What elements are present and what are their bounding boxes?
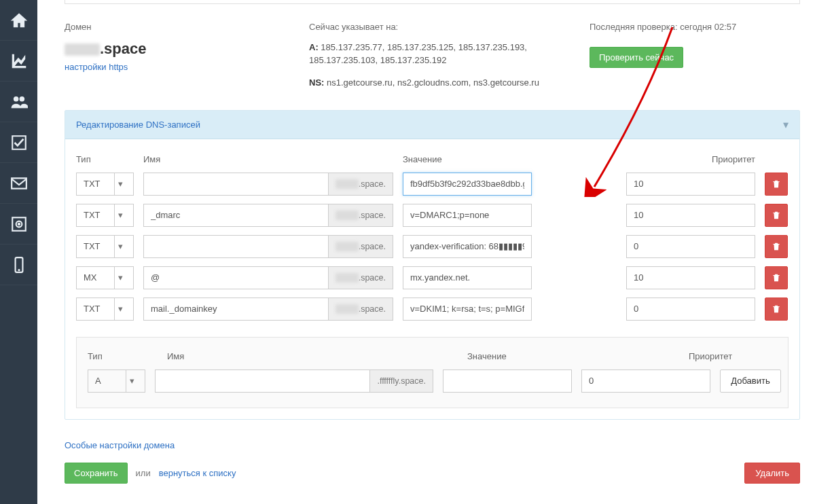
record-value-input[interactable] [403, 298, 532, 321]
svg-point-2 [18, 223, 20, 225]
mail-icon [10, 175, 28, 192]
nav-users[interactable] [0, 82, 37, 122]
add-value-input[interactable] [443, 370, 572, 393]
col-header-prio: Приоритет [712, 154, 755, 164]
record-name-suffix: .space. [329, 298, 393, 321]
mobile-icon [10, 256, 28, 274]
record-type-select[interactable]: MX▾ [76, 266, 134, 289]
special-settings-link[interactable]: Особые настройки домена [65, 440, 175, 450]
record-name-suffix: .space. [329, 235, 393, 258]
delete-record-button[interactable] [765, 235, 788, 258]
record-value-input[interactable] [403, 235, 532, 258]
record-priority-input[interactable] [626, 266, 755, 289]
record-row: TXT▾.space. [76, 235, 789, 258]
record-priority-input[interactable] [626, 204, 755, 227]
check-now-button[interactable]: Проверить сейчас [590, 47, 683, 68]
record-type-select[interactable]: TXT▾ [76, 235, 134, 258]
col-header-type: Тип [76, 154, 134, 164]
record-type-select[interactable]: TXT▾ [76, 173, 134, 196]
safe-icon [10, 215, 28, 233]
add-type-select[interactable]: A ▾ [88, 370, 145, 393]
caret-down-icon: ▾ [126, 370, 138, 392]
top-card-border [65, 0, 800, 4]
main-content: Домен ▮▮▮▮.space.space настройки https С… [37, 0, 815, 504]
users-icon [10, 93, 28, 111]
caret-down-icon: ▾ [114, 173, 126, 195]
check-square-icon [10, 134, 28, 151]
dns-panel-header[interactable]: Редактирование DNS-записей ▾ [65, 111, 799, 139]
record-name-input[interactable] [143, 173, 329, 196]
caret-down-icon: ▾ [114, 298, 126, 320]
record-priority-input[interactable] [626, 173, 755, 196]
add-priority-input[interactable] [581, 370, 710, 393]
https-settings-link[interactable]: настройки https [65, 62, 282, 72]
record-value-input[interactable] [403, 173, 532, 196]
nav-safe[interactable] [0, 204, 37, 245]
delete-domain-button[interactable]: Удалить [744, 463, 800, 484]
nav-mobile[interactable] [0, 245, 37, 285]
add-header-name: Имя [167, 351, 446, 361]
record-row: TXT▾.space. [76, 204, 789, 227]
record-row: TXT▾.space. [76, 298, 789, 321]
caret-down-icon: ▾ [114, 267, 126, 289]
domain-name: ▮▮▮▮.space.space [65, 40, 282, 58]
dns-panel: Редактирование DNS-записей ▾ Тип Имя Зна… [65, 110, 800, 420]
add-name-input[interactable] [155, 370, 370, 393]
chevron-down-icon: ▾ [783, 118, 789, 131]
record-name-suffix: .space. [329, 173, 393, 196]
record-name-input[interactable] [143, 204, 329, 227]
record-priority-input[interactable] [626, 298, 755, 321]
record-name-input[interactable] [143, 266, 329, 289]
delete-record-button[interactable] [765, 204, 788, 227]
record-type-select[interactable]: TXT▾ [76, 204, 134, 227]
record-value-input[interactable] [403, 204, 532, 227]
add-header-value: Значение [467, 351, 667, 361]
chart-icon [10, 52, 28, 70]
pointing-label: Сейчас указывает на: [309, 22, 562, 32]
caret-down-icon: ▾ [114, 236, 126, 257]
delete-record-button[interactable] [765, 173, 788, 196]
a-records: A: 185.137.235.77, 185.137.235.125, 185.… [309, 41, 562, 67]
delete-record-button[interactable] [765, 298, 788, 321]
record-type-select[interactable]: TXT▾ [76, 298, 134, 321]
record-priority-input[interactable] [626, 235, 755, 258]
col-header-value: Значение [403, 154, 702, 164]
record-value-input[interactable] [403, 266, 532, 289]
add-header-type: Тип [88, 351, 145, 361]
ns-records: NS: ns1.getcourse.ru, ns2.gcloudns.com, … [309, 77, 562, 90]
back-to-list-link[interactable]: вернуться к списку [159, 468, 236, 478]
add-record-button[interactable]: Добавить [720, 370, 781, 393]
caret-down-icon: ▾ [114, 204, 126, 226]
nav-mail[interactable] [0, 163, 37, 204]
record-row: TXT▾.space. [76, 173, 789, 196]
nav-approve[interactable] [0, 122, 37, 163]
domain-label: Домен [65, 22, 282, 32]
record-name-suffix: .space. [329, 204, 393, 227]
col-header-name: Имя [143, 154, 393, 164]
home-icon [10, 12, 28, 29]
delete-record-button[interactable] [765, 266, 788, 289]
record-name-input[interactable] [143, 235, 329, 258]
last-check-label: Последняя проверка: сегодня 02:57 [590, 22, 800, 32]
svg-point-4 [18, 269, 19, 270]
record-row: MX▾.space. [76, 266, 789, 289]
add-header-prio: Приоритет [689, 351, 777, 361]
record-name-suffix: .space. [329, 266, 393, 289]
nav-analytics[interactable] [0, 41, 37, 82]
or-text: или [136, 468, 151, 478]
add-name-suffix: .ffffffly.space. [370, 370, 433, 393]
save-button[interactable]: Сохранить [65, 463, 128, 484]
nav-home[interactable] [0, 0, 37, 41]
sidebar [0, 0, 37, 504]
dns-panel-title: Редактирование DNS-записей [76, 120, 200, 130]
add-record-section: Тип Имя Значение Приоритет A ▾ [76, 337, 789, 408]
record-name-input[interactable] [143, 298, 329, 321]
